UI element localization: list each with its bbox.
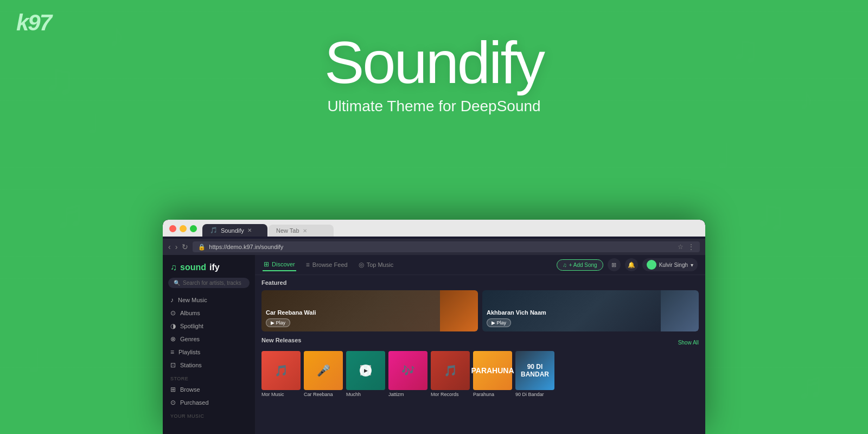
featured-card-2[interactable]: Akhbaran Vich Naam ▶ Play: [482, 290, 699, 331]
main-area: ⊞ Discover ≡ Browse Feed ◎ Top Music ♫ +…: [255, 255, 705, 434]
browse-feed-tab-icon: ≡: [306, 261, 310, 269]
release-title-6: Parahuna: [473, 392, 512, 397]
tab-close-icon[interactable]: ✕: [247, 227, 252, 233]
sidebar-item-albums[interactable]: ⊙ Albums: [163, 307, 255, 320]
k97-logo: k97: [16, 10, 51, 36]
sidebar-label-spotlight: Spotlight: [180, 323, 203, 329]
app-logo: ♫ soundify: [163, 260, 255, 278]
sidebar-item-new-music[interactable]: ♪ New Music: [163, 293, 255, 307]
release-thumb-5: 🎵: [431, 351, 470, 390]
featured-section-title: Featured: [261, 279, 699, 286]
sidebar-label-albums: Albums: [180, 310, 200, 316]
user-dropdown-icon: ▾: [691, 262, 693, 268]
maximize-button[interactable]: [190, 225, 197, 232]
sidebar-item-genres[interactable]: ⊗ Genres: [163, 333, 255, 346]
add-song-label: + Add Song: [569, 262, 597, 268]
release-thumb-4: 🎶: [388, 351, 427, 390]
tab-discover[interactable]: ⊞ Discover: [263, 258, 296, 271]
sidebar-item-purchased[interactable]: ⊙ Purchased: [163, 396, 255, 409]
release-play-overlay-3: ▶: [346, 351, 385, 390]
release-thumb-wrap-7: 90 DI BANDAR: [515, 351, 554, 390]
bookmark-icon[interactable]: ☆: [678, 243, 684, 251]
discover-tab-icon: ⊞: [264, 260, 269, 268]
logo-text-colored: sound: [180, 263, 206, 272]
release-card-4[interactable]: 🎶 Jattizm: [388, 351, 427, 397]
release-card-3[interactable]: M ▶ Muchh: [346, 351, 385, 397]
show-all-link[interactable]: Show All: [678, 340, 699, 346]
purchased-icon: ⊙: [170, 399, 176, 406]
featured-thumb-1: [440, 290, 478, 331]
sidebar-label-playlists: Playlists: [178, 349, 200, 355]
logo-text-plain: ify: [209, 263, 220, 272]
release-title-4: Jattizm: [388, 392, 427, 397]
address-bar: ‹ › ↻ 🔒 https://demo.k97.in/soundify ☆ ⋮: [163, 239, 705, 255]
featured-play-1[interactable]: ▶ Play: [266, 318, 290, 327]
tab-top-music[interactable]: ◎ Top Music: [358, 259, 395, 271]
tab-favicon: 🎵: [210, 227, 218, 234]
sidebar-label-browse: Browse: [180, 386, 200, 393]
inactive-tab[interactable]: New Tab ✕: [269, 225, 334, 237]
browse-icon: ⊞: [170, 386, 176, 393]
user-avatar: [647, 260, 656, 270]
featured-thumb-2: [661, 290, 699, 331]
grid-view-button[interactable]: ⊞: [608, 258, 621, 271]
sidebar-label-genres: Genres: [180, 336, 200, 342]
back-button[interactable]: ‹: [168, 242, 171, 251]
sidebar-item-stations[interactable]: ⊡ Stations: [163, 359, 255, 372]
logo-icon: ♫: [170, 263, 177, 272]
releases-header: New Releases Show All: [261, 337, 699, 348]
release-card-7[interactable]: 90 DI BANDAR 90 Di Bandar: [515, 351, 554, 397]
add-song-button[interactable]: ♫ + Add Song: [557, 259, 603, 271]
sidebar-item-playlists[interactable]: ≡ Playlists: [163, 346, 255, 359]
hero-title: Soundify: [0, 33, 868, 92]
close-button[interactable]: [169, 225, 176, 232]
tab-browse-feed-label: Browse Feed: [312, 261, 348, 268]
spotlight-icon: ◑: [170, 322, 176, 330]
address-text: https://demo.k97.in/soundify: [209, 244, 283, 250]
grid-icon: ⊞: [611, 261, 616, 269]
release-card-1[interactable]: 🎵 Mor Music: [261, 351, 301, 397]
release-title-1: Mor Music: [261, 392, 301, 397]
topnav-right: ♫ + Add Song ⊞ 🔔 Kulvir Singh ▾: [557, 258, 698, 271]
add-song-icon: ♫: [563, 262, 567, 268]
release-thumb-wrap-1: 🎵: [261, 351, 301, 390]
play-circle-3: ▶: [360, 365, 372, 376]
k97-number: 97: [28, 10, 51, 35]
tab-browse-feed[interactable]: ≡ Browse Feed: [305, 259, 349, 271]
browser-window: 🎵 Soundify ✕ New Tab ✕ ‹ › ↻ 🔒 https://d…: [163, 220, 705, 434]
release-title-2: Car Reebana: [304, 392, 343, 397]
user-name: Kulvir Singh: [659, 262, 688, 268]
search-box[interactable]: 🔍 Search for artists, tracks: [168, 278, 250, 288]
sidebar-item-spotlight[interactable]: ◑ Spotlight: [163, 320, 255, 333]
menu-icon[interactable]: ⋮: [688, 243, 694, 251]
active-tab[interactable]: 🎵 Soundify ✕: [202, 224, 267, 237]
release-card-5[interactable]: 🎵 Mor Records: [431, 351, 470, 397]
tab-discover-label: Discover: [272, 261, 295, 267]
minimize-button[interactable]: [180, 225, 187, 232]
featured-card-1[interactable]: Car Reebana Wali ▶ Play: [261, 290, 478, 331]
featured-title-1: Car Reebana Wali: [266, 309, 316, 316]
lock-icon: 🔒: [198, 244, 206, 251]
release-card-6[interactable]: PARAHUNA Parahuna: [473, 351, 512, 397]
sidebar-item-browse[interactable]: ⊞ Browse: [163, 383, 255, 396]
albums-icon: ⊙: [170, 309, 176, 317]
featured-play-2[interactable]: ▶ Play: [487, 318, 511, 327]
forward-button[interactable]: ›: [175, 242, 178, 251]
release-card-2[interactable]: 🎤 Car Reebana: [304, 351, 343, 397]
traffic-lights: [169, 225, 197, 232]
release-thumb-wrap-4: 🎶: [388, 351, 427, 390]
search-icon: 🔍: [174, 280, 180, 286]
app-topnav: ⊞ Discover ≡ Browse Feed ◎ Top Music ♫ +…: [255, 255, 705, 275]
sidebar-label-stations: Stations: [180, 362, 202, 368]
reload-button[interactable]: ↻: [182, 242, 188, 251]
search-placeholder: Search for artists, tracks: [183, 280, 241, 286]
address-field[interactable]: 🔒 https://demo.k97.in/soundify ☆ ⋮: [193, 241, 700, 252]
notifications-button[interactable]: 🔔: [625, 258, 638, 271]
releases-grid: 🎵 Mor Music 🎤 Car Reebana M: [261, 351, 699, 397]
inactive-tab-close-icon[interactable]: ✕: [303, 228, 307, 234]
releases-section-title: New Releases: [261, 337, 301, 343]
release-thumb-wrap-3: M ▶: [346, 351, 385, 390]
inactive-tab-label: New Tab: [276, 227, 299, 234]
browser-tabs: 🎵 Soundify ✕ New Tab ✕: [202, 224, 334, 237]
user-menu-button[interactable]: Kulvir Singh ▾: [642, 258, 698, 271]
